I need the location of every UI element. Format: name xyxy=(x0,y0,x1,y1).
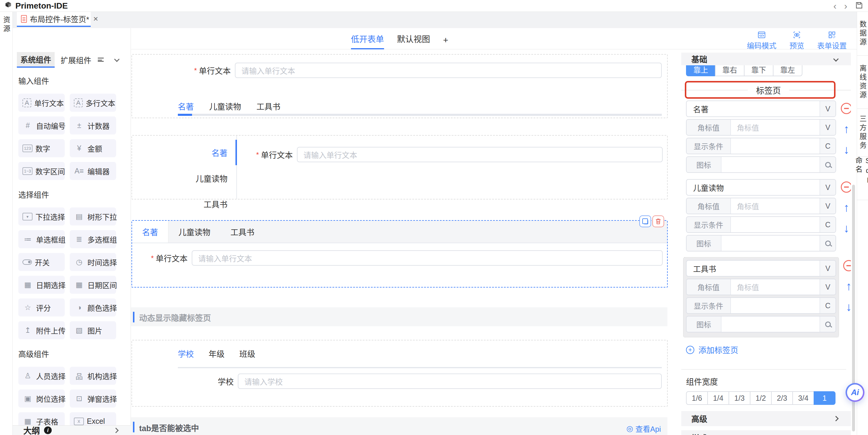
condition-toggle-suffix[interactable]: C xyxy=(819,217,836,232)
section-advanced-header[interactable]: 高级 xyxy=(681,411,851,426)
remove-tab-button[interactable] xyxy=(840,182,851,193)
single-line-text-input[interactable]: 请输入单行文本 xyxy=(297,147,663,162)
section-style-header[interactable]: 样式 xyxy=(681,430,851,435)
value-toggle-suffix[interactable]: V xyxy=(819,101,836,117)
value-toggle-suffix[interactable]: V xyxy=(819,198,836,214)
palette-item-subtable[interactable]: ▦子表格 xyxy=(18,412,65,425)
delete-component-button[interactable] xyxy=(652,215,664,227)
palette-item-tree-select[interactable]: ▤树形下拉 xyxy=(70,208,116,225)
palette-item-post-select[interactable]: ▣岗位选择 xyxy=(18,390,65,407)
icon-search-suffix[interactable] xyxy=(819,236,836,251)
tabs-block-bottom[interactable]: 单行文本 请输入单行文本 名著儿童读物工具书 xyxy=(131,54,668,118)
document-tab[interactable]: 布局控件-标签页* × xyxy=(17,12,91,27)
preview-button[interactable]: 预览 xyxy=(789,30,804,51)
tabs-block-selected[interactable]: 名著儿童读物工具书 单行文本 请输入单行文本 xyxy=(131,220,668,287)
section-basic-header[interactable]: 基础 xyxy=(681,53,851,65)
book-tab-active[interactable]: 名著 xyxy=(132,221,168,243)
palette-item-excel-file[interactable]: XExcel xyxy=(70,412,116,425)
palette-item-radio-group[interactable]: ≔单选框组 xyxy=(18,230,65,248)
single-line-text-input[interactable]: 请输入单行文本 xyxy=(192,250,663,266)
tab-position-option[interactable]: 靠右 xyxy=(715,65,745,76)
ai-assistant-button[interactable]: Ai xyxy=(845,383,864,402)
view-api-link[interactable]: ◎ 查看Api xyxy=(626,423,661,434)
book-tab-item[interactable]: 儿童读物 xyxy=(209,100,241,112)
book-tab-item[interactable]: 工具书 xyxy=(204,198,227,210)
save-button[interactable] xyxy=(855,1,863,11)
history-forward-icon[interactable]: › xyxy=(844,1,847,11)
remove-tab-button[interactable] xyxy=(842,260,851,271)
palette-item-single-line-text[interactable]: A单行文本 xyxy=(18,94,65,112)
move-tab-up-button[interactable]: ↑ xyxy=(840,201,851,213)
move-tab-up-button[interactable]: ↑ xyxy=(840,123,851,135)
palette-item-multi-line-text[interactable]: A多行文本 xyxy=(70,94,116,112)
code-mode-button[interactable]: 编码模式 xyxy=(747,30,776,51)
tab-name-input[interactable]: 儿童读物 xyxy=(687,180,819,195)
icon-input[interactable] xyxy=(721,316,819,332)
school-input[interactable]: 请输入学校 xyxy=(238,374,662,389)
icon-search-suffix[interactable] xyxy=(819,316,836,332)
palette-item-time-picker[interactable]: ◷时间选择 xyxy=(70,253,116,271)
badge-value-input[interactable]: 角标值 xyxy=(731,198,819,214)
palette-item-rich-editor[interactable]: A≡编辑器 xyxy=(70,162,116,180)
palette-item-currency-yen[interactable]: ¥金额 xyxy=(70,139,116,157)
palette-item-checkbox-group[interactable]: ≣多选框组 xyxy=(70,230,116,248)
width-option[interactable]: 2/3 xyxy=(771,391,793,405)
width-option[interactable]: 1/4 xyxy=(707,391,729,405)
tabs-block-left[interactable]: 名著儿童读物工具书 单行文本 请输入单行文本 xyxy=(131,135,668,199)
move-tab-down-button[interactable]: ↓ xyxy=(840,222,851,234)
palette-item-number[interactable]: 123数字 xyxy=(18,139,65,157)
add-tab-page-button[interactable]: + 添加标签页 xyxy=(686,344,851,355)
tab-system-components[interactable]: 系统组件 xyxy=(17,52,55,68)
palette-item-person-select[interactable]: ♙人员选择 xyxy=(18,367,65,385)
condition-toggle-suffix[interactable]: C xyxy=(819,138,836,154)
move-tab-down-button[interactable]: ↓ xyxy=(840,144,851,155)
palette-collapse-icon[interactable] xyxy=(114,57,119,62)
copy-component-button[interactable] xyxy=(639,215,651,227)
book-tab-item[interactable]: 工具书 xyxy=(256,100,280,112)
tab-default-view[interactable]: 默认视图 xyxy=(397,33,430,49)
width-option[interactable]: 1/3 xyxy=(728,391,750,405)
history-back-icon[interactable]: ‹ xyxy=(833,1,837,11)
right-dock-item[interactable]: 数据源 xyxy=(857,12,868,56)
icon-search-suffix[interactable] xyxy=(819,157,836,172)
palette-item-color-picker[interactable]: ◑颜色选择 xyxy=(70,299,116,316)
right-dock-item[interactable]: 离线资源 xyxy=(857,56,868,109)
tab-name-input[interactable]: 工具书 xyxy=(687,261,819,276)
badge-value-input[interactable]: 角标值 xyxy=(731,120,819,135)
move-tab-up-button[interactable]: ↑ xyxy=(842,280,851,292)
form-settings-button[interactable]: 表单设置 xyxy=(817,30,847,51)
value-toggle-suffix[interactable]: V xyxy=(819,180,836,195)
palette-item-rating-star[interactable]: ☆评分 xyxy=(18,299,65,316)
school-tab-active[interactable]: 学校 xyxy=(178,348,194,359)
collapse-basic-icon[interactable] xyxy=(833,56,838,61)
school-tab-item[interactable]: 班级 xyxy=(239,348,255,359)
display-condition-input[interactable] xyxy=(731,298,819,313)
book-tab-active[interactable]: 名著 xyxy=(178,100,194,112)
width-option[interactable]: 1/2 xyxy=(750,391,772,405)
tab-position-option[interactable]: 靠上 xyxy=(686,65,716,76)
book-tab-item[interactable]: 工具书 xyxy=(220,221,265,243)
value-toggle-suffix[interactable]: V xyxy=(819,279,836,294)
palette-item-auto-number[interactable]: #自动编号 xyxy=(18,117,65,134)
single-line-text-input[interactable]: 请输入单行文本 xyxy=(235,63,662,78)
book-tab-item[interactable]: 儿童读物 xyxy=(168,221,220,243)
condition-toggle-suffix[interactable]: C xyxy=(819,298,836,313)
palette-item-date-picker[interactable]: ▦日期选择 xyxy=(18,276,65,294)
value-toggle-suffix[interactable]: V xyxy=(819,261,836,276)
palette-item-date-range[interactable]: ▦日期区间 xyxy=(70,276,116,294)
palette-item-upload[interactable]: ↥附件上传 xyxy=(18,321,65,339)
school-tab-item[interactable]: 年级 xyxy=(209,348,224,359)
tab-position-option[interactable]: 靠左 xyxy=(773,65,802,76)
width-option[interactable]: 3/4 xyxy=(793,391,814,405)
outline-bar[interactable]: 大纲 i xyxy=(13,425,131,435)
badge-value-input[interactable]: 角标值 xyxy=(731,279,819,294)
palette-item-org-select[interactable]: 品机构选择 xyxy=(70,367,116,385)
display-condition-input[interactable] xyxy=(731,138,819,154)
palette-item-number-range[interactable]: 1~3数字区间 xyxy=(18,162,65,180)
remove-tab-button[interactable] xyxy=(840,103,851,114)
palette-item-switch[interactable]: 开关 xyxy=(18,253,65,271)
add-view-button[interactable]: + xyxy=(443,35,448,49)
move-tab-down-button[interactable]: ↓ xyxy=(842,301,851,313)
book-tab-active[interactable]: 名著 xyxy=(212,147,227,158)
right-dock-item[interactable]: 命名Sql xyxy=(857,157,868,200)
